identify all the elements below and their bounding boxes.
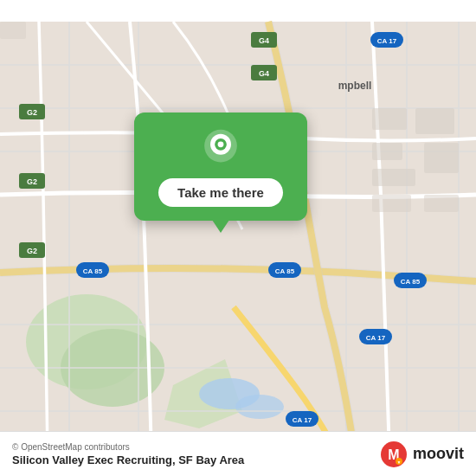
svg-text:CA 17: CA 17 [366,334,386,342]
svg-rect-43 [372,169,415,186]
svg-rect-42 [415,108,454,134]
svg-text:CA 17: CA 17 [293,416,312,424]
location-card: Take me there [134,113,307,221]
svg-rect-41 [372,143,402,160]
svg-text:CA 85: CA 85 [275,267,295,275]
svg-text:mpbell: mpbell [338,80,372,92]
svg-text:G4: G4 [259,69,269,78]
svg-text:G4: G4 [259,36,269,45]
osm-attribution: © OpenStreetMap contributors [12,442,244,452]
bottom-left-info: © OpenStreetMap contributors Silicon Val… [12,442,244,466]
svg-text:CA 85: CA 85 [401,278,421,286]
svg-rect-47 [0,22,26,39]
map-container: G4 G4 G2 G2 G2 CA 85 CA 85 CA 85 CA 17 C… [0,0,476,476]
svg-rect-45 [372,195,411,212]
svg-rect-44 [424,143,459,173]
moovit-text: moovit [413,445,464,463]
location-pin-icon [200,128,241,170]
svg-rect-46 [424,195,459,212]
svg-text:G2: G2 [27,108,37,117]
svg-text:▼: ▼ [397,460,402,465]
moovit-logo: M ▼ moovit [380,441,464,468]
svg-point-51 [218,141,224,147]
location-title: Silicon Valley Exec Recruiting, SF Bay A… [12,453,244,466]
take-me-there-button[interactable]: Take me there [158,178,283,207]
svg-text:CA 17: CA 17 [377,37,397,45]
svg-text:G2: G2 [27,177,37,186]
moovit-icon: M ▼ [380,441,408,468]
map-background: G4 G4 G2 G2 G2 CA 85 CA 85 CA 85 CA 17 C… [0,0,476,476]
svg-point-5 [235,395,284,419]
svg-rect-40 [372,108,407,130]
bottom-bar: © OpenStreetMap contributors Silicon Val… [0,431,476,476]
svg-text:CA 85: CA 85 [83,267,103,275]
card-pointer [212,220,229,233]
svg-text:G2: G2 [27,247,37,255]
